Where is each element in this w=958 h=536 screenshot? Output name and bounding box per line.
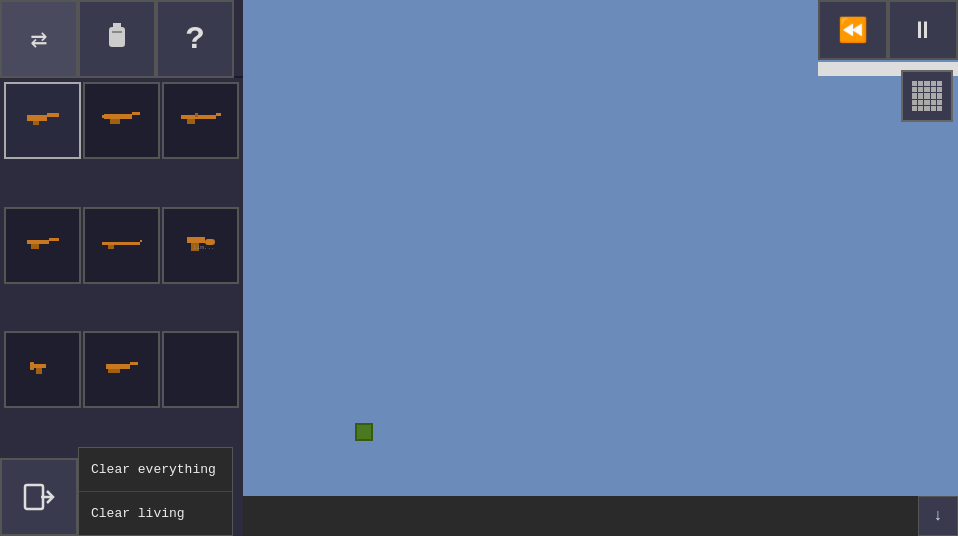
svg-rect-8 [110,119,120,124]
weapon-icon-3 [181,108,221,133]
svg-rect-7 [132,112,140,115]
svg-rect-29 [108,369,120,373]
svg-rect-28 [130,362,138,365]
clear-menu: Clear everything Clear living [78,447,233,536]
weapon-icon-1 [25,107,61,134]
rewind-icon: ⏪ [838,16,868,45]
weapon-slot-4[interactable] [4,207,81,284]
svg-rect-16 [31,244,39,249]
weapon-icon-6: lim... [183,231,219,260]
help-icon: ? [185,21,204,58]
svg-rect-4 [47,113,59,117]
swap-icon: ⇄ [31,22,48,56]
svg-rect-1 [109,27,125,47]
svg-rect-6 [104,114,132,119]
exit-button[interactable] [0,458,78,536]
weapon-icon-7 [28,356,58,383]
help-button[interactable]: ? [156,0,234,78]
svg-rect-13 [195,113,198,117]
ground-bar: ↓ [243,496,958,536]
bottom-right-button[interactable]: ↓ [918,496,958,536]
svg-rect-3 [27,115,47,121]
svg-rect-25 [30,362,34,370]
svg-rect-15 [49,238,59,241]
svg-rect-20 [187,237,205,243]
pause-icon: ⏸ [911,16,935,45]
weapon-slot-5[interactable] [83,207,160,284]
playback-controls: ⏪ ⏸ [818,0,958,60]
sidebar: ⇄ ? [0,0,243,536]
svg-rect-14 [27,240,49,244]
svg-rect-27 [106,364,130,369]
toolbar: ⇄ ? [0,0,243,78]
clear-living-button[interactable]: Clear living [79,492,232,535]
svg-rect-26 [36,368,42,374]
svg-rect-5 [33,121,39,125]
weapon-grid: lim... [0,78,243,458]
grid-toggle-button[interactable] [901,70,953,122]
weapon-slot-2[interactable] [83,82,160,159]
weapon-icon-2 [102,108,142,133]
weapon-icon-4 [25,233,61,258]
items-button[interactable] [78,0,156,78]
weapon-slot-9[interactable] [162,331,239,408]
weapon-slot-3[interactable] [162,82,239,159]
svg-rect-0 [113,23,121,27]
svg-rect-18 [140,240,142,242]
svg-rect-2 [112,31,122,33]
bottom-left-area: Clear everything Clear living [0,458,243,536]
weapon-icon-5 [102,233,142,258]
svg-rect-9 [102,115,106,118]
top-right-controls: ⏪ ⏸ [818,0,958,76]
game-object [355,423,373,441]
svg-rect-17 [102,242,140,245]
weapon-icon-8 [104,357,140,382]
rewind-button[interactable]: ⏪ [818,0,888,60]
svg-rect-11 [216,113,221,116]
svg-rect-24 [32,364,46,368]
svg-rect-12 [187,119,195,124]
weapon-slot-8[interactable] [83,331,160,408]
game-area[interactable]: ⏪ ⏸ [243,0,958,496]
weapon-slot-6[interactable]: lim... [162,207,239,284]
grid-icon [912,81,942,111]
svg-rect-30 [25,485,43,509]
weapon-slot-7[interactable] [4,331,81,408]
swap-button[interactable]: ⇄ [0,0,78,78]
pause-button[interactable]: ⏸ [888,0,958,60]
svg-rect-10 [181,115,216,119]
items-icon [101,19,133,59]
arrow-down-icon: ↓ [933,507,943,525]
svg-rect-19 [108,245,114,249]
svg-text:lim...: lim... [193,244,215,251]
clear-everything-button[interactable]: Clear everything [79,448,232,492]
weapon-slot-1[interactable] [4,82,81,159]
